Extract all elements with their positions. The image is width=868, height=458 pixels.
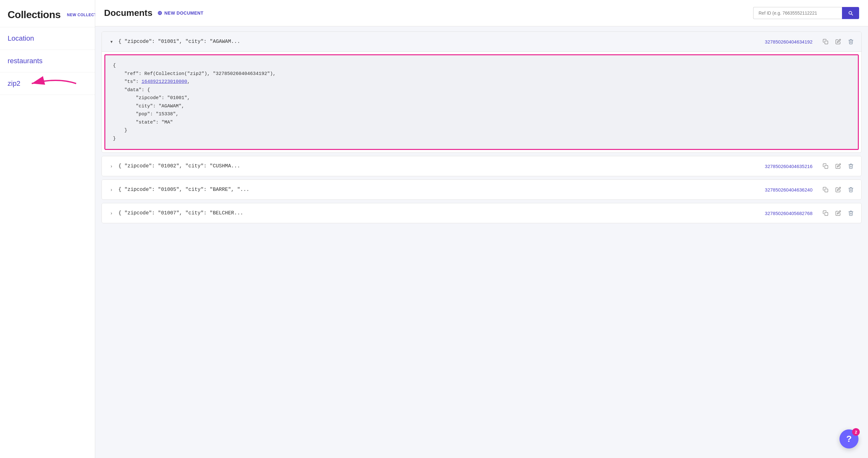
delete-icon-2 xyxy=(848,163,854,169)
edit-icon-2 xyxy=(835,163,841,169)
svg-rect-3 xyxy=(825,189,828,192)
document-ref-id-2[interactable]: 327850260404635216 xyxy=(765,164,812,169)
delete-icon-4 xyxy=(848,210,854,216)
edit-icon-3 xyxy=(835,187,841,193)
sidebar-title: Collections xyxy=(8,9,61,21)
delete-button-1[interactable] xyxy=(847,37,855,46)
sidebar-item-location[interactable]: Location xyxy=(0,27,95,50)
edit-button-2[interactable] xyxy=(834,162,842,170)
document-row-1: ▾ { "zipcode": "01001", "city": "AGAWAM.… xyxy=(101,31,862,153)
delete-icon-3 xyxy=(848,187,854,193)
document-actions-1 xyxy=(822,37,855,46)
document-summary-2: { "zipcode": "01002", "city": "CUSHMA... xyxy=(118,163,761,169)
edit-button-1[interactable] xyxy=(834,37,842,46)
document-ref-id-4[interactable]: 327850260405682768 xyxy=(765,210,812,216)
new-document-label: NEW DOCUMENT xyxy=(164,10,204,16)
plus-icon: ⊕ xyxy=(157,9,162,17)
copy-button-4[interactable] xyxy=(822,209,830,217)
document-expanded-content-1: { "ref": Ref(Collection("zip2"), "327850… xyxy=(104,54,859,150)
document-ref-id-1[interactable]: 327850260404634192 xyxy=(765,39,812,45)
sidebar-item-restaurants[interactable]: restaurants xyxy=(0,50,95,73)
edit-icon xyxy=(835,39,841,45)
documents-list: ▾ { "zipcode": "01001", "city": "AGAWAM.… xyxy=(95,26,868,458)
copy-button-2[interactable] xyxy=(822,162,830,170)
delete-button-2[interactable] xyxy=(847,162,855,170)
document-row-1-header[interactable]: ▾ { "zipcode": "01001", "city": "AGAWAM.… xyxy=(102,32,861,52)
document-summary-1: { "zipcode": "01001", "city": "AGAWAM... xyxy=(118,39,761,45)
svg-rect-2 xyxy=(825,166,828,169)
sidebar-header: Collections NEW COLLECTION xyxy=(0,0,95,27)
new-document-button[interactable]: ⊕ NEW DOCUMENT xyxy=(157,9,204,17)
delete-button-4[interactable] xyxy=(847,209,855,217)
document-row-3-header[interactable]: › { "zipcode": "01005", "city": "BARRE",… xyxy=(102,180,861,199)
sidebar-nav: Location restaurants zip2 xyxy=(0,27,95,458)
document-actions-4 xyxy=(822,209,855,217)
chevron-down-icon: ▾ xyxy=(108,39,115,44)
copy-icon-2 xyxy=(823,163,828,169)
sidebar-item-zip2[interactable]: zip2 xyxy=(0,73,95,95)
document-summary-3: { "zipcode": "01005", "city": "BARRE", "… xyxy=(118,187,761,193)
chevron-right-icon-3: › xyxy=(108,187,115,192)
svg-rect-4 xyxy=(825,212,828,216)
search-input[interactable] xyxy=(753,7,842,19)
help-badge: 2 xyxy=(852,428,860,436)
edit-button-3[interactable] xyxy=(834,185,842,194)
ts-link[interactable]: 1648921223010000 xyxy=(142,79,187,85)
sidebar-item-label-restaurants: restaurants xyxy=(8,57,42,65)
document-json-1: { "ref": Ref(Collection("zip2"), "327850… xyxy=(113,62,850,143)
chevron-right-icon-2: › xyxy=(108,164,115,169)
document-ref-id-3[interactable]: 327850260404636240 xyxy=(765,187,812,193)
copy-button-3[interactable] xyxy=(822,185,830,194)
document-row-4: › { "zipcode": "01007", "city": "BELCHER… xyxy=(101,203,862,223)
chevron-right-icon-4: › xyxy=(108,210,115,216)
document-actions-3 xyxy=(822,185,855,194)
main-content: Documents ⊕ NEW DOCUMENT ▾ { "zipcode": … xyxy=(95,0,868,458)
sidebar: Collections NEW COLLECTION Location rest… xyxy=(0,0,95,458)
document-summary-4: { "zipcode": "01007", "city": "BELCHER..… xyxy=(118,210,761,216)
svg-rect-1 xyxy=(825,41,828,44)
copy-icon-3 xyxy=(823,187,828,193)
search-button[interactable] xyxy=(842,7,859,19)
document-row-3: › { "zipcode": "01005", "city": "BARRE",… xyxy=(101,179,862,200)
document-row-4-header[interactable]: › { "zipcode": "01007", "city": "BELCHER… xyxy=(102,203,861,223)
copy-icon xyxy=(823,39,828,45)
copy-icon-4 xyxy=(823,210,828,216)
delete-button-3[interactable] xyxy=(847,185,855,194)
search-icon xyxy=(848,10,854,16)
help-button[interactable]: ? 2 xyxy=(839,429,859,449)
sidebar-item-label-location: Location xyxy=(8,34,34,42)
help-icon: ? xyxy=(846,434,851,444)
red-arrow-annotation xyxy=(25,74,83,93)
document-row-2: › { "zipcode": "01002", "city": "CUSHMA.… xyxy=(101,156,862,176)
delete-icon xyxy=(848,39,854,45)
edit-icon-4 xyxy=(835,210,841,216)
sidebar-item-label-zip2: zip2 xyxy=(8,79,20,88)
documents-header: Documents ⊕ NEW DOCUMENT xyxy=(95,0,868,26)
copy-button-1[interactable] xyxy=(822,37,830,46)
documents-title: Documents xyxy=(104,8,152,18)
edit-button-4[interactable] xyxy=(834,209,842,217)
document-actions-2 xyxy=(822,162,855,170)
document-row-2-header[interactable]: › { "zipcode": "01002", "city": "CUSHMA.… xyxy=(102,156,861,176)
search-area xyxy=(753,7,859,19)
